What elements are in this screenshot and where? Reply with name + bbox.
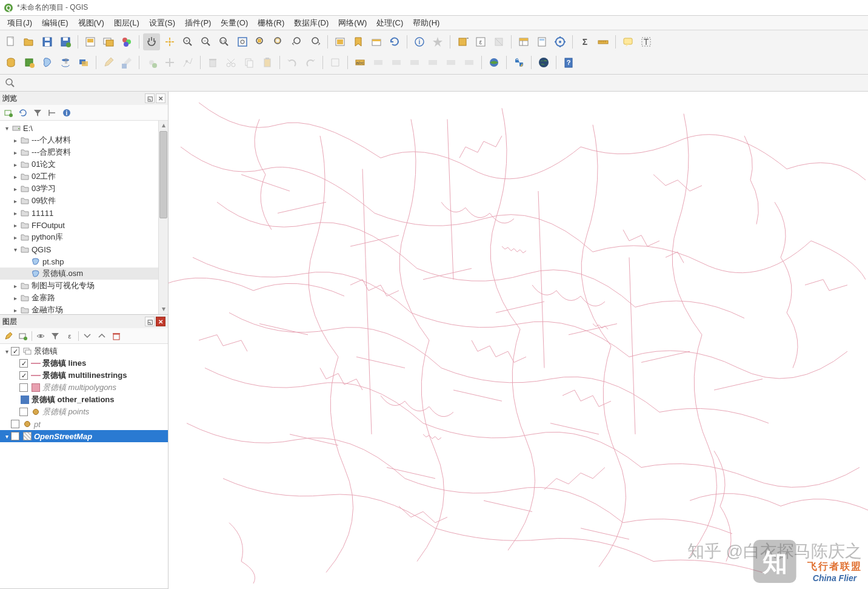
python-console-icon[interactable]: [510, 54, 527, 71]
help-icon[interactable]: ?: [560, 54, 577, 71]
save-project-icon[interactable]: [39, 33, 56, 50]
zoom-last-icon[interactable]: [289, 33, 305, 50]
cut-features-icon[interactable]: [222, 54, 239, 71]
browser-collapse-icon[interactable]: [46, 107, 58, 119]
action-icon[interactable]: [429, 33, 446, 50]
label-pin-icon[interactable]: [388, 54, 405, 71]
layer-checkbox[interactable]: [11, 432, 19, 440]
menu-settings[interactable]: 设置(S): [144, 16, 180, 30]
text-annotation-icon[interactable]: T: [638, 33, 655, 50]
browser-item[interactable]: 景德镇.osm: [0, 268, 158, 280]
copy-features-icon[interactable]: [241, 54, 258, 71]
menu-project[interactable]: 项目(J): [2, 16, 37, 30]
label-change-icon[interactable]: [461, 54, 478, 71]
new-shapefile-icon[interactable]: [39, 54, 56, 71]
layout-manager-icon[interactable]: [100, 33, 117, 50]
layer-checkbox[interactable]: [11, 420, 19, 428]
toggle-editing-icon[interactable]: [100, 54, 117, 71]
deselect-icon[interactable]: [490, 33, 507, 50]
browser-tree[interactable]: ▾E:\▸---个人材料▸---合肥资料▸01论文▸02工作▸03学习▸09软件…: [0, 121, 158, 314]
new-bookmark-icon[interactable]: [350, 33, 367, 50]
data-source-manager-icon[interactable]: [2, 54, 19, 71]
label-toolbar-icon[interactable]: abc: [352, 54, 369, 71]
menu-database[interactable]: 数据库(D): [289, 16, 333, 30]
pan-icon[interactable]: [143, 33, 160, 50]
layer-checkbox[interactable]: [19, 383, 28, 392]
measure-icon[interactable]: [595, 33, 612, 50]
new-geopackage-icon[interactable]: [21, 54, 38, 71]
browser-item[interactable]: ▸金寨路: [0, 292, 158, 304]
new-virtual-layer-icon[interactable]: [75, 54, 92, 71]
zoom-out-icon[interactable]: −: [198, 33, 215, 50]
browser-item[interactable]: ▸FFOutput: [0, 219, 158, 231]
select-features-icon[interactable]: [454, 33, 471, 50]
label-rotate-icon[interactable]: [442, 54, 459, 71]
metasearch-icon[interactable]: [486, 54, 502, 71]
map-canvas[interactable]: 知 知乎 @白衣探马陈庆之 飞行者联盟 China Flier: [169, 92, 868, 589]
browser-scrollbar[interactable]: ▴ ▾: [158, 121, 168, 314]
open-attribute-table-icon[interactable]: [515, 33, 532, 50]
layers-panel-header[interactable]: 图层 ◱ ✕: [0, 315, 168, 328]
layer-item[interactable]: 景德镇 lines: [0, 357, 168, 369]
layers-filter-icon[interactable]: [49, 330, 61, 342]
label-show-icon[interactable]: [406, 54, 423, 71]
browser-item[interactable]: ▸---个人材料: [0, 134, 158, 146]
menu-vector[interactable]: 矢量(O): [216, 16, 253, 30]
zoom-native-icon[interactable]: 1:1: [216, 33, 233, 50]
identify-icon[interactable]: i: [411, 33, 428, 50]
browser-item[interactable]: ▸03学习: [0, 183, 158, 195]
zoom-next-icon[interactable]: [307, 33, 324, 50]
browser-item[interactable]: ▾E:\: [0, 122, 158, 134]
menu-edit[interactable]: 编辑(E): [37, 16, 73, 30]
layer-item[interactable]: 景德镇 multilinestrings: [0, 369, 168, 382]
layer-checkbox[interactable]: [19, 371, 28, 380]
zoom-in-icon[interactable]: +: [179, 33, 196, 50]
menu-plugins[interactable]: 插件(P): [180, 16, 216, 30]
browser-filter-icon[interactable]: [32, 107, 44, 119]
browser-item[interactable]: ▸02工作: [0, 170, 158, 183]
locator-search-icon[interactable]: [4, 76, 17, 90]
undo-icon[interactable]: [284, 54, 301, 71]
layer-item[interactable]: pt: [0, 418, 168, 430]
save-edits-icon[interactable]: [118, 54, 135, 71]
menu-help[interactable]: 帮助(H): [408, 16, 444, 30]
refresh-icon[interactable]: [386, 33, 403, 50]
pan-to-selection-icon[interactable]: [161, 33, 178, 50]
browser-item[interactable]: ▸python库: [0, 231, 158, 243]
browser-item[interactable]: ▾QGIS: [0, 243, 158, 255]
layers-tree[interactable]: ▾景德镇景德镇 lines景德镇 multilinestrings景德镇 mul…: [0, 344, 168, 588]
print-layout-icon[interactable]: [82, 33, 99, 50]
paste-features-icon[interactable]: [259, 54, 276, 71]
layers-visibility-icon[interactable]: [35, 330, 47, 342]
browser-item[interactable]: ▸金融市场: [0, 304, 158, 314]
menu-web[interactable]: 网络(W): [333, 16, 372, 30]
delete-selected-icon[interactable]: [204, 54, 221, 71]
menu-view[interactable]: 视图(V): [73, 16, 109, 30]
layers-undock-icon[interactable]: ◱: [145, 317, 155, 326]
layers-add-group-icon[interactable]: [17, 330, 29, 342]
layer-checkbox[interactable]: [19, 408, 28, 416]
select-by-value-icon[interactable]: ε: [472, 33, 489, 50]
browser-item[interactable]: ▸11111: [0, 207, 158, 219]
layers-collapse-icon[interactable]: [96, 330, 108, 342]
plugin-globe-icon[interactable]: [535, 54, 552, 71]
redo-icon[interactable]: [302, 54, 319, 71]
temporal-icon[interactable]: [368, 33, 385, 50]
field-calculator-icon[interactable]: [533, 33, 550, 50]
save-as-icon[interactable]: [57, 33, 74, 50]
browser-item[interactable]: ▸01论文: [0, 158, 158, 170]
menu-layer[interactable]: 图层(L): [109, 16, 144, 30]
add-feature-icon[interactable]: [143, 54, 160, 71]
layer-item[interactable]: ▾景德镇: [0, 345, 168, 357]
zoom-to-layer-icon[interactable]: [270, 33, 287, 50]
node-tool-icon[interactable]: [179, 54, 196, 71]
browser-undock-icon[interactable]: ◱: [145, 93, 155, 103]
layer-item[interactable]: 景德镇 other_relations: [0, 394, 168, 406]
layers-style-icon[interactable]: [2, 330, 15, 342]
browser-close-icon[interactable]: ✕: [156, 93, 165, 103]
label-config-icon[interactable]: [370, 54, 387, 71]
browser-item[interactable]: ▸制图与可视化专场: [0, 280, 158, 292]
layers-expression-icon[interactable]: ε: [64, 330, 76, 342]
style-manager-icon[interactable]: [118, 33, 135, 50]
layers-expand-icon[interactable]: [81, 330, 93, 342]
